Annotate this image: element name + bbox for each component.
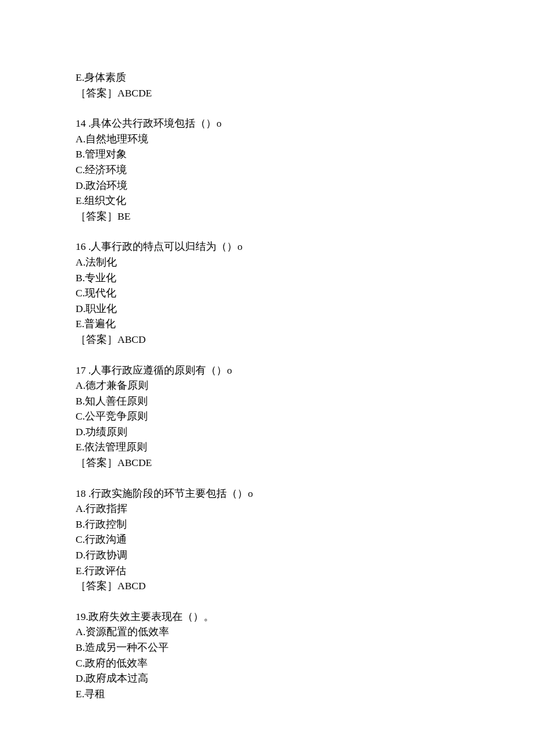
question-13-tail: E.身体素质 ［答案］ABCDE bbox=[76, 70, 488, 101]
question-stem: 16 .人事行政的特点可以归结为（）o bbox=[76, 239, 488, 255]
option-b: B.知人善任原则 bbox=[76, 393, 488, 409]
option-c: C.公平竞争原则 bbox=[76, 409, 488, 424]
option-e: E.身体素质 bbox=[76, 70, 488, 85]
option-c: C.政府的低效率 bbox=[76, 655, 488, 671]
option-d: D.职业化 bbox=[76, 301, 488, 317]
option-a: A.自然地理环境 bbox=[76, 131, 488, 147]
option-e: E.组织文化 bbox=[76, 193, 488, 209]
option-d: D.功绩原则 bbox=[76, 424, 488, 440]
question-stem: 19.政府失效主要表现在（）。 bbox=[76, 609, 488, 625]
answer-line: ［答案］ABCDE bbox=[76, 85, 488, 101]
answer-line: ［答案］ABCD bbox=[76, 332, 488, 347]
option-d: D.政府成本过高 bbox=[76, 671, 488, 686]
option-a: A.资源配置的低效率 bbox=[76, 624, 488, 640]
option-c: C.现代化 bbox=[76, 285, 488, 301]
option-a: A.德才兼备原则 bbox=[76, 378, 488, 393]
question-stem: 14 .具体公共行政环境包括（）o bbox=[76, 116, 488, 131]
answer-line: ［答案］ABCD bbox=[76, 578, 488, 594]
option-b: B.专业化 bbox=[76, 270, 488, 286]
option-e: E.行政评估 bbox=[76, 563, 488, 579]
option-d: D.行政协调 bbox=[76, 547, 488, 563]
option-c: C.经济环境 bbox=[76, 162, 488, 178]
option-b: B.管理对象 bbox=[76, 146, 488, 162]
option-e: E.依法管理原则 bbox=[76, 439, 488, 455]
option-b: B.行政控制 bbox=[76, 517, 488, 532]
question-17: 17 .人事行政应遵循的原则有（）o A.德才兼备原则 B.知人善任原则 C.公… bbox=[76, 363, 488, 471]
option-e: E.普遍化 bbox=[76, 316, 488, 332]
question-14: 14 .具体公共行政环境包括（）o A.自然地理环境 B.管理对象 C.经济环境… bbox=[76, 116, 488, 224]
question-stem: 18 .行政实施阶段的环节主要包括（）o bbox=[76, 486, 488, 501]
option-b: B.造成另一种不公平 bbox=[76, 640, 488, 655]
answer-line: ［答案］ABCDE bbox=[76, 455, 488, 471]
document-page: E.身体素质 ［答案］ABCDE 14 .具体公共行政环境包括（）o A.自然地… bbox=[0, 0, 535, 701]
option-d: D.政治环境 bbox=[76, 178, 488, 194]
question-16: 16 .人事行政的特点可以归结为（）o A.法制化 B.专业化 C.现代化 D.… bbox=[76, 239, 488, 347]
question-19: 19.政府失效主要表现在（）。 A.资源配置的低效率 B.造成另一种不公平 C.… bbox=[76, 609, 488, 702]
option-a: A.法制化 bbox=[76, 255, 488, 270]
option-a: A.行政指挥 bbox=[76, 501, 488, 517]
option-c: C.行政沟通 bbox=[76, 532, 488, 547]
option-e: E.寻租 bbox=[76, 686, 488, 702]
question-stem: 17 .人事行政应遵循的原则有（）o bbox=[76, 363, 488, 378]
answer-line: ［答案］BE bbox=[76, 209, 488, 224]
question-18: 18 .行政实施阶段的环节主要包括（）o A.行政指挥 B.行政控制 C.行政沟… bbox=[76, 486, 488, 594]
